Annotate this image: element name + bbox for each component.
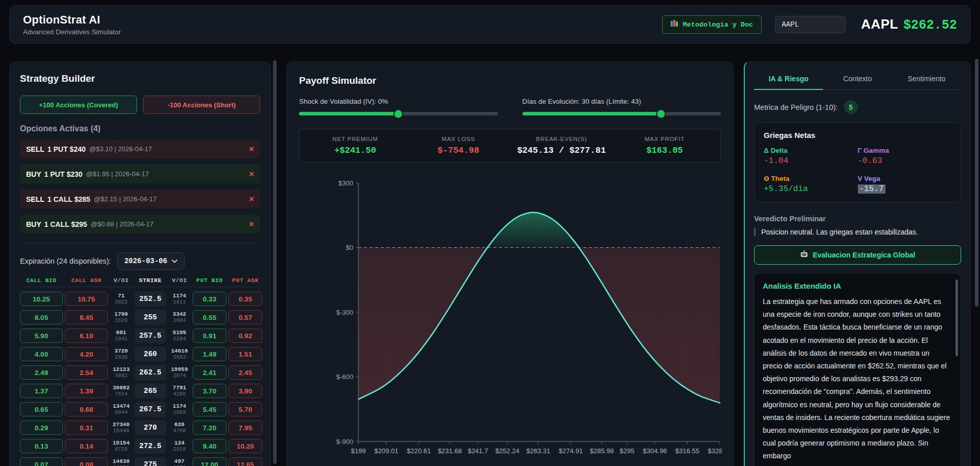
call-bid-cell[interactable]: 8.05: [20, 310, 63, 324]
put-bid-cell[interactable]: 1.49: [193, 347, 226, 361]
call-bid-cell[interactable]: 0.07: [20, 457, 63, 466]
call-voi-cell: 2734615449: [110, 422, 132, 434]
put-bid-cell[interactable]: 5.45: [193, 402, 226, 416]
share-leg-buttons: +100 Acciones (Covered) -100 Acciones (S…: [20, 96, 260, 114]
close-icon[interactable]: ×: [249, 195, 254, 203]
put-voi-cell: 199592074: [168, 366, 191, 379]
put-ask-cell[interactable]: 0.35: [229, 292, 262, 306]
metric-label: MAX PROFIT: [613, 136, 716, 142]
put-ask-cell[interactable]: 10.20: [229, 439, 262, 453]
call-bid-cell[interactable]: 2.49: [20, 365, 63, 380]
days-slider[interactable]: [522, 112, 721, 115]
divider: [20, 243, 260, 243]
position-detail: @$1.95 | 2026-04-17: [86, 170, 149, 178]
call-ask-cell[interactable]: 6.10: [65, 329, 108, 343]
put-ask-cell[interactable]: 0.92: [229, 329, 262, 343]
payoff-simulator-title: Payoff Simulator: [299, 75, 721, 86]
put-bid-cell[interactable]: 12.00: [193, 457, 226, 466]
iv-slider-thumb[interactable]: [395, 110, 402, 118]
ai-tabs: IA & Riesgo Contexto Sentimiento: [754, 69, 961, 90]
call-bid-cell[interactable]: 10.25: [20, 292, 63, 306]
days-slider-group: Días de Evolución: 30 días (Límite: 43): [522, 98, 721, 115]
put-voi-cell: 146165583: [168, 348, 191, 361]
svg-text:$-900: $-900: [336, 438, 353, 446]
call-bid-cell[interactable]: 0.13: [20, 439, 63, 453]
call-ask-cell[interactable]: 0.68: [65, 402, 108, 416]
call-bid-cell[interactable]: 4.00: [20, 347, 63, 361]
tab-ia-riesgo[interactable]: IA & Riesgo: [754, 69, 823, 90]
robot-icon: [800, 250, 808, 260]
tab-sentimiento[interactable]: Sentimiento: [892, 69, 961, 90]
put-ask-cell[interactable]: 5.70: [229, 402, 262, 416]
put-bid-cell[interactable]: 9.40: [193, 439, 226, 453]
close-icon[interactable]: ×: [249, 145, 254, 153]
svg-text:$295: $295: [620, 447, 634, 455]
put-bid-cell[interactable]: 0.55: [193, 310, 226, 324]
tab-contexto[interactable]: Contexto: [823, 69, 892, 90]
put-ask-cell[interactable]: 3.90: [229, 384, 262, 398]
methodology-doc-button[interactable]: Metodología y Doc: [662, 15, 762, 34]
position-desc: 1 PUT $240: [48, 145, 86, 153]
put-bid-cell[interactable]: 0.91: [193, 329, 226, 343]
chain-header-row: CALL BID CALL ASK V/OI STRIKE V/OI PUT B…: [20, 277, 260, 287]
expiration-select[interactable]: 2026-03-06: [117, 252, 185, 270]
extended-analysis-title: Analisis Extendido IA: [763, 282, 950, 290]
put-bid-cell[interactable]: 0.33: [193, 292, 226, 306]
call-ask-cell[interactable]: 4.20: [65, 347, 108, 361]
put-ask-cell[interactable]: 12.65: [229, 457, 262, 466]
iv-slider[interactable]: [299, 112, 498, 115]
put-ask-cell[interactable]: 1.51: [229, 347, 262, 361]
put-bid-cell[interactable]: 2.41: [193, 365, 226, 380]
builder-scrollbar-thumb[interactable]: [273, 60, 277, 464]
call-bid-cell[interactable]: 1.37: [20, 384, 63, 398]
close-icon[interactable]: ×: [249, 170, 254, 178]
put-ask-cell[interactable]: 0.57: [229, 310, 262, 324]
page-scrollbar-thumb[interactable]: [975, 59, 978, 307]
position-side: SELL: [26, 195, 44, 203]
call-ask-cell[interactable]: 10.75: [65, 292, 108, 306]
net-greeks-card: Griegas Netas Δ Delta -1.04 Γ Gamma -0.6…: [754, 122, 961, 202]
svg-text:$199: $199: [351, 447, 366, 455]
call-ask-cell[interactable]: 8.45: [65, 310, 108, 324]
call-ask-cell[interactable]: 2.54: [65, 365, 108, 380]
greek-label: Θ Theta: [764, 175, 858, 182]
strike-cell: 265: [134, 383, 166, 399]
strike-cell: 267.5: [134, 402, 166, 417]
position-row: SELL 1 CALL $285 @$2.15 | 2026-04-17 ×: [20, 190, 260, 208]
svg-text:$209.01: $209.01: [374, 447, 398, 455]
call-ask-cell[interactable]: 1.39: [65, 384, 108, 398]
call-bid-cell[interactable]: 5.90: [20, 329, 63, 343]
greek-gamma: Γ Gamma -0.63: [858, 147, 952, 166]
svg-text:$328.15: $328.15: [708, 447, 722, 455]
call-bid-cell[interactable]: 0.65: [20, 402, 63, 416]
close-icon[interactable]: ×: [249, 220, 254, 228]
add-short-shares-button[interactable]: -100 Acciones (Short): [143, 96, 260, 114]
call-voi-cell: 17001628: [110, 311, 132, 324]
put-voi-cell: 11741989: [168, 403, 191, 416]
call-ask-cell[interactable]: 0.08: [65, 457, 108, 466]
call-ask-cell[interactable]: 0.14: [65, 439, 108, 453]
verdict-text: Posicion neutral. Las griegas estan esta…: [754, 228, 961, 236]
call-ask-cell[interactable]: 0.31: [65, 421, 108, 435]
ticker-input[interactable]: [775, 16, 846, 33]
put-ask-cell[interactable]: 7.95: [229, 421, 262, 435]
greek-label: Δ Delta: [764, 147, 858, 154]
global-evaluation-button[interactable]: Evaluacion Estrategica Global: [754, 245, 961, 265]
chain-row: 4.004.20372828362601461655831.491.51: [20, 346, 260, 362]
analysis-scrollbar-thumb[interactable]: [955, 279, 958, 356]
price-value: $262.52: [903, 18, 957, 33]
days-slider-thumb[interactable]: [657, 110, 665, 118]
put-bid-cell[interactable]: 7.20: [193, 421, 226, 435]
put-voi-cell: 4978276: [168, 458, 191, 466]
greek-vega: V Vega -15.7: [858, 175, 952, 194]
days-slider-fill: [522, 112, 662, 115]
chain-row: 0.290.31273461544927062047687.207.95: [20, 420, 260, 435]
put-bid-cell[interactable]: 3.70: [193, 384, 226, 398]
col-call-voi: V/OI: [110, 277, 132, 284]
put-ask-cell[interactable]: 2.45: [229, 365, 262, 380]
position-detail: @$2.15 | 2026-04-17: [94, 195, 157, 203]
add-covered-shares-button[interactable]: +100 Acciones (Covered): [20, 96, 137, 114]
price-ticker-symbol: AAPL: [861, 16, 898, 32]
call-bid-cell[interactable]: 0.29: [20, 421, 63, 435]
risk-score-badge: 5: [844, 100, 858, 114]
